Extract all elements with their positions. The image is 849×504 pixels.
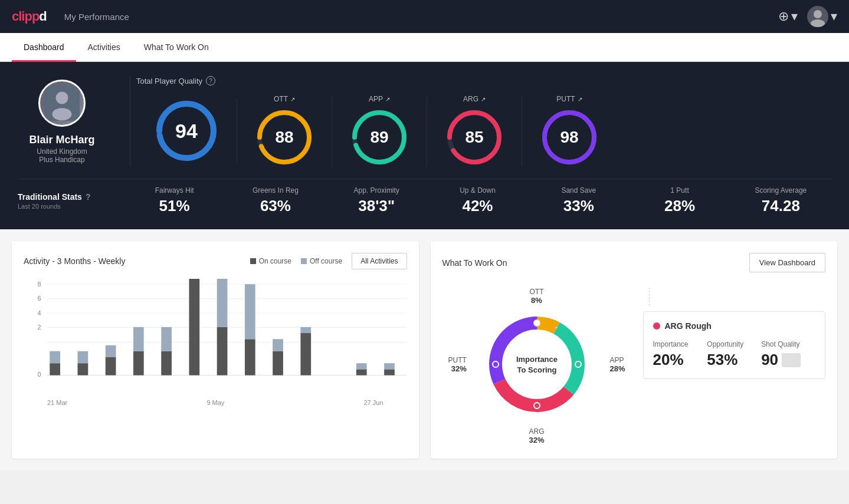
chart-x-labels: 21 Mar 9 May 27 Jun (24, 399, 407, 406)
add-button[interactable]: ⊕ ▾ (778, 9, 798, 24)
ott-arrow-icon: ↗ (290, 96, 295, 103)
avatar (807, 6, 828, 27)
stat-fairways: Fairways Hit 51% (124, 186, 225, 215)
stat-updown-value: 42% (427, 197, 528, 215)
svg-text:2: 2 (38, 325, 41, 331)
main-score-value: 94 (175, 120, 198, 143)
stat-proximity-label: App. Proximity (326, 186, 427, 195)
wtwo-header: What To Work On View Dashboard (442, 253, 826, 272)
stat-1putt-value: 28% (629, 197, 730, 215)
app-score-item: APP ↗ 89 (332, 95, 427, 167)
player-country: United Kingdom (37, 147, 87, 156)
divider (130, 76, 130, 167)
all-activities-button[interactable]: All Activities (352, 253, 407, 269)
profile-menu[interactable]: ▾ (807, 6, 837, 27)
svg-point-4 (53, 108, 72, 120)
opportunity-label: Opportunity (707, 340, 761, 348)
stat-updown: Up & Down 42% (427, 186, 528, 215)
arg-arrow-icon: ↗ (481, 96, 486, 103)
tab-what-to-work-on[interactable]: What To Work On (132, 33, 221, 62)
help-icon[interactable]: ? (206, 76, 215, 85)
shot-quality-badge (782, 353, 801, 367)
connector (649, 288, 826, 305)
opportunity-value: 53% (707, 351, 761, 369)
donut-svg: Importance To Scoring (478, 305, 596, 423)
chart-legend: On course Off course (250, 257, 343, 265)
svg-text:6: 6 (38, 296, 41, 302)
activity-card: Activity - 3 Months - Weekly On course O… (12, 241, 419, 459)
tab-dashboard[interactable]: Dashboard (12, 33, 76, 62)
svg-text:0: 0 (38, 372, 41, 378)
bar (161, 351, 172, 375)
stat-proximity: App. Proximity 38'3" (326, 186, 427, 215)
bar-off (78, 351, 88, 363)
quality-section: Total Player Quality ? 94 (136, 76, 831, 167)
detail-dot (653, 322, 660, 330)
putt-donut-label: PUTT 32% (448, 356, 467, 373)
bar-off (133, 327, 144, 351)
bottom-content: Activity - 3 Months - Weekly On course O… (0, 229, 849, 470)
x-label-3: 27 Jun (363, 399, 383, 406)
header-left: clippd My Performance (12, 9, 129, 24)
stat-fairways-value: 51% (124, 197, 225, 215)
bar-off (245, 284, 255, 339)
stat-gir: Greens In Reg 63% (225, 186, 326, 215)
stat-sandsave-label: Sand Save (528, 186, 629, 195)
bar (300, 333, 311, 375)
svg-point-34 (493, 361, 499, 367)
bar (273, 351, 283, 375)
stats-help-icon[interactable]: ? (86, 192, 91, 202)
detail-card-title: ARG Rough (653, 321, 816, 331)
svg-point-33 (534, 403, 540, 409)
header-title: My Performance (64, 12, 129, 22)
putt-score-item: PUTT ↗ 98 (522, 95, 617, 167)
stat-label-group: Traditional Stats ? Last 20 rounds (18, 192, 124, 210)
x-label-2: 9 May (206, 399, 224, 406)
tab-bar: Dashboard Activities What To Work On (0, 33, 849, 62)
ott-score-item: OTT ↗ 88 (237, 95, 332, 167)
bar-off (300, 327, 311, 333)
stat-updown-label: Up & Down (427, 186, 528, 195)
stat-fairways-label: Fairways Hit (124, 186, 225, 195)
legend-on-course: On course (250, 257, 291, 265)
player-info: Blair McHarg United Kingdom Plus Handica… (18, 80, 124, 164)
main-ring: 94 (154, 98, 219, 163)
bar (106, 357, 116, 375)
bar-off (273, 339, 283, 351)
app-score-value: 89 (370, 128, 388, 147)
tab-activities[interactable]: Activities (76, 33, 132, 62)
view-dashboard-button[interactable]: View Dashboard (749, 253, 825, 272)
arg-score-item: ARG ↗ 85 (427, 95, 522, 167)
profile-chevron-icon: ▾ (831, 9, 837, 24)
wtwo-card: What To Work On View Dashboard OTT 8% AP… (431, 241, 838, 459)
detail-area: ARG Rough Importance 20% Opportunity 53%… (643, 282, 826, 379)
detail-importance: Importance 20% (653, 340, 707, 369)
quality-label: Total Player Quality ? (136, 76, 831, 85)
importance-value: 20% (653, 351, 707, 369)
arg-ring: 85 (445, 108, 504, 167)
stats-section-label: Traditional Stats ? (18, 192, 112, 202)
player-name: Blair McHarg (29, 134, 94, 146)
stat-sandsave: Sand Save 33% (528, 186, 629, 215)
bar (217, 327, 228, 375)
bar-off (106, 345, 116, 357)
svg-point-0 (814, 10, 822, 18)
main-score-item: 94 (136, 98, 237, 163)
detail-shot-quality: Shot Quality 90 (761, 340, 815, 369)
x-label-1: 21 Mar (47, 399, 67, 406)
arg-donut-label: ARG 32% (529, 427, 544, 444)
ott-donut-label: OTT 8% (530, 288, 544, 305)
stat-gir-value: 63% (225, 197, 326, 215)
app-label: APP ↗ (369, 95, 390, 103)
stat-scoring-value: 74.28 (730, 197, 831, 215)
svg-text:8: 8 (38, 281, 41, 288)
bar (356, 369, 367, 375)
detail-card: ARG Rough Importance 20% Opportunity 53%… (643, 311, 826, 379)
stat-scoring: Scoring Average 74.28 (730, 186, 831, 215)
putt-label: PUTT ↗ (556, 95, 582, 103)
bar (133, 351, 144, 375)
hero-top: Blair McHarg United Kingdom Plus Handica… (18, 76, 831, 167)
svg-text:4: 4 (38, 310, 41, 317)
stat-sandsave-value: 33% (528, 197, 629, 215)
app-arrow-icon: ↗ (385, 96, 390, 103)
